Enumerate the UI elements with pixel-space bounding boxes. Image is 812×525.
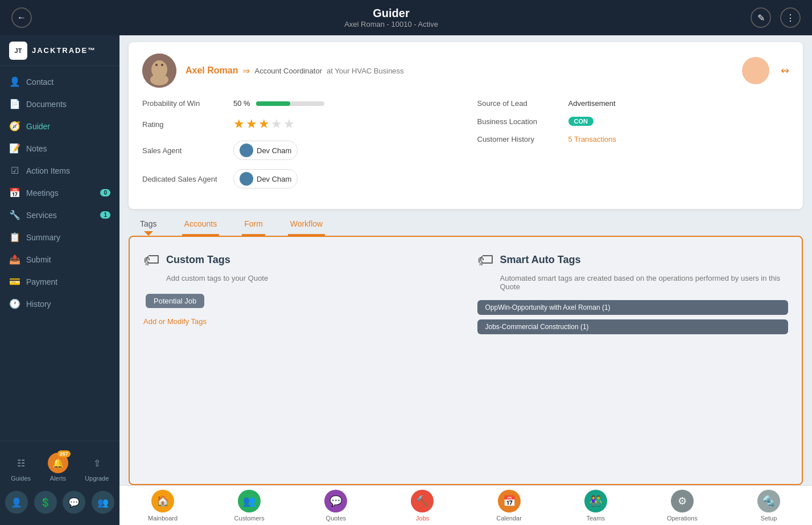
bottom-icons-row: 👤 💲 💬 👥 (0, 486, 119, 518)
sidebar-label-documents: Documents (26, 100, 67, 109)
group-icon-btn[interactable]: 👥 (92, 491, 114, 514)
quotes-label: Quotes (326, 515, 346, 522)
contact-icon: 👤 (9, 76, 20, 87)
dedicated-agent-chip[interactable]: Dev Cham (233, 169, 298, 188)
sidebar-item-payment[interactable]: 💳 Payment (0, 270, 119, 293)
page-subtitle: Axel Roman - 10010 - Active (344, 20, 438, 28)
smart-tags-title: Smart Auto Tags (500, 254, 581, 266)
add-tags-link[interactable]: Add or Modify Tags (143, 317, 455, 326)
transactions-link[interactable]: 5 Transactions (568, 135, 617, 143)
smart-tags-chips: OppWin-Opportunity with Axel Roman (1) J… (477, 300, 789, 334)
location-badge: CON (568, 117, 593, 126)
setup-icon: 🔩 (757, 490, 780, 512)
nav-calendar[interactable]: 📅 Calendar (487, 490, 532, 522)
meetings-icon: 📅 (9, 187, 20, 198)
chat-icon-btn[interactable]: 💬 (63, 491, 85, 514)
dedicated-agent-name: Dev Cham (257, 175, 291, 183)
dollar-icon-btn[interactable]: 💲 (34, 491, 57, 514)
content-area: Axel Roman ⇒ Account Coordinator at Your… (119, 35, 812, 525)
alerts-label: Alerts (50, 475, 66, 482)
nav-teams[interactable]: 👫 Teams (573, 490, 619, 522)
logo-text: JACKTRADE™ (32, 46, 96, 55)
nav-quotes[interactable]: 💬 Quotes (313, 490, 358, 522)
meetings-badge: 0 (100, 189, 110, 196)
sidebar-item-action-items[interactable]: ☑ Action Items (0, 159, 119, 182)
sidebar-label-summary: Summary (26, 233, 60, 242)
custom-tag-chip-1[interactable]: Potential Job (146, 294, 204, 308)
nav-jobs[interactable]: 🔨 Jobs (399, 490, 445, 522)
sidebar-label-history: History (26, 300, 51, 309)
upgrade-icon: ⇧ (86, 453, 107, 473)
sidebar-label-submit: Submit (26, 255, 51, 264)
logo: JT JACKTRADE™ (0, 35, 119, 66)
sidebar-item-documents[interactable]: 📄 Documents (0, 93, 119, 115)
probability-row: Probability of Win 50 % (142, 99, 455, 108)
star-1: ★ (233, 117, 245, 132)
back-button[interactable]: ← (11, 7, 32, 28)
sidebar-item-notes[interactable]: 📝 Notes (0, 137, 119, 159)
profile-fields: Probability of Win 50 % Rating (142, 99, 789, 198)
probability-label: Probability of Win (142, 99, 233, 108)
submit-icon: 📤 (9, 254, 20, 265)
sidebar-item-submit[interactable]: 📤 Submit (0, 248, 119, 270)
nav-mainboard[interactable]: 🏠 Mainboard (140, 490, 186, 522)
sidebar-label-action-items: Action Items (26, 166, 70, 175)
smart-tag-chip-1[interactable]: OppWin-Opportunity with Axel Roman (1) (477, 300, 789, 315)
tab-form[interactable]: Form (242, 214, 265, 236)
sales-agent-name: Dev Cham (257, 146, 291, 155)
smart-tag-chip-2[interactable]: Jobs-Commercial Construction (1) (477, 319, 789, 334)
summary-icon: 📋 (9, 232, 20, 243)
star-4: ★ (271, 117, 282, 132)
person-icon-btn[interactable]: 👤 (5, 491, 28, 514)
custom-tags-title: Custom Tags (166, 254, 230, 266)
custom-tags-section: 🏷 Custom Tags Add custom tags to your Qu… (143, 251, 455, 470)
customers-icon: 👥 (238, 490, 261, 512)
source-label: Source of Lead (477, 99, 568, 108)
tab-accounts[interactable]: Accounts (182, 214, 220, 236)
progress-pct: 50 % (233, 99, 250, 108)
sidebar-item-meetings[interactable]: 📅 Meetings 0 (0, 182, 119, 204)
stars[interactable]: ★ ★ ★ ★ ★ (233, 117, 295, 132)
sales-agent-chip[interactable]: Dev Cham (233, 141, 298, 160)
documents-icon: 📄 (9, 99, 20, 109)
guides-label: Guides (11, 475, 31, 482)
upgrade-button[interactable]: ⇧ Upgrade (85, 453, 109, 482)
more-button[interactable]: ⋮ (780, 7, 801, 28)
progress-container: 50 % (233, 99, 324, 108)
notes-icon: 📝 (9, 143, 20, 154)
nav-setup[interactable]: 🔩 Setup (746, 490, 792, 522)
edit-button[interactable]: ✎ (751, 7, 771, 28)
sidebar-label-guider: Guider (26, 122, 50, 131)
tab-workflow[interactable]: Workflow (288, 214, 325, 236)
smart-tags-header: 🏷 Smart Auto Tags (477, 251, 789, 269)
sidebar-item-summary[interactable]: 📋 Summary (0, 226, 119, 248)
quotes-icon: 💬 (324, 490, 347, 512)
alerts-icon: 🔔 267 (48, 453, 68, 473)
sidebar: JT JACKTRADE™ 👤 Contact 📄 Documents 🧭 Gu… (0, 35, 119, 525)
sidebar-item-history[interactable]: 🕐 History (0, 293, 119, 315)
tab-tags[interactable]: Tags (138, 214, 159, 236)
custom-tags-icon: 🏷 (143, 251, 159, 269)
share-icon[interactable]: ↭ (781, 64, 789, 77)
sidebar-nav: 👤 Contact 📄 Documents 🧭 Guider 📝 Notes ☑… (0, 66, 119, 441)
nav-customers[interactable]: 👥 Customers (226, 490, 272, 522)
services-badge: 1 (100, 211, 110, 219)
agent-avatar-1 (240, 143, 253, 157)
profile-name[interactable]: Axel Roman (186, 65, 238, 76)
teams-icon: 👫 (584, 490, 607, 512)
sidebar-item-contact[interactable]: 👤 Contact (0, 71, 119, 93)
profile-avatar-right (742, 57, 769, 84)
svg-point-2 (154, 60, 165, 72)
jobs-icon: 🔨 (411, 490, 434, 512)
custom-tags-chips: Potential Job (143, 292, 455, 310)
sidebar-item-services[interactable]: 🔧 Services 1 (0, 204, 119, 226)
alerts-badge: 267 (57, 450, 71, 457)
star-3: ★ (258, 117, 270, 132)
source-row: Source of Lead Advertisement (477, 99, 790, 108)
smart-tags-desc: Automated smart tags are created based o… (477, 274, 789, 291)
guides-button[interactable]: ☷ Guides (11, 453, 31, 482)
sidebar-item-guider[interactable]: 🧭 Guider (0, 115, 119, 137)
alerts-button[interactable]: 🔔 267 Alerts (48, 453, 68, 482)
payment-icon: 💳 (9, 276, 20, 287)
nav-operations[interactable]: ⚙ Operations (660, 490, 705, 522)
